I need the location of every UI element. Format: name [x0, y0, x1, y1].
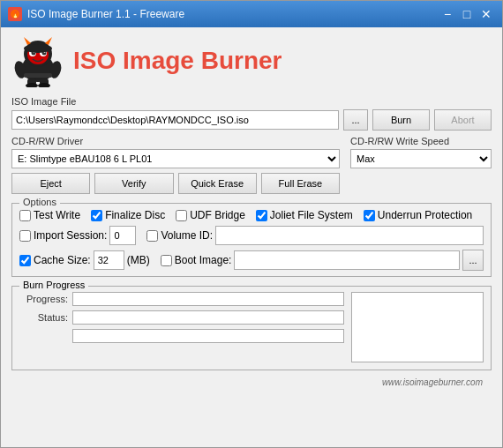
- app-title: ISO Image Burner: [73, 47, 282, 75]
- udf-bridge-checkbox[interactable]: [176, 210, 187, 221]
- import-session-input[interactable]: [109, 226, 136, 245]
- burn-progress-section: Burn Progress Progress: Status:: [11, 286, 492, 370]
- browse-button[interactable]: ...: [343, 109, 368, 131]
- burn-button[interactable]: Burn: [372, 109, 430, 131]
- import-session-item: Import Session:: [19, 226, 136, 245]
- full-erase-button[interactable]: Full Erase: [261, 173, 340, 194]
- driver-speed-section: CD-R/RW Driver E: Slimtype eBAU108 6 L P…: [11, 136, 492, 194]
- app-mascot: [11, 34, 64, 87]
- options-title: Options: [19, 197, 60, 207]
- underrun-checkbox[interactable]: [364, 210, 375, 221]
- driver-section: CD-R/RW Driver E: Slimtype eBAU108 6 L P…: [11, 136, 340, 194]
- write-speed-select[interactable]: Max: [350, 149, 492, 168]
- driver-label: CD-R/RW Driver: [11, 136, 340, 146]
- cache-size-item: Cache Size: (MB): [19, 250, 150, 270]
- header-section: ISO Image Burner: [11, 34, 492, 87]
- close-button[interactable]: ✕: [477, 5, 495, 23]
- app-icon: 🔥: [8, 7, 22, 21]
- quick-erase-button[interactable]: Quick Erase: [178, 173, 257, 194]
- test-write-label: Test Write: [34, 209, 80, 221]
- boot-image-label: Boot Image:: [175, 254, 232, 266]
- finalize-disc-label: Finalize Disc: [105, 209, 165, 221]
- iso-file-label: ISO Image File: [11, 96, 492, 107]
- progress-bar: [72, 292, 344, 306]
- iso-file-row: ... Burn Abort: [11, 109, 492, 131]
- cache-size-unit: (MB): [127, 254, 150, 266]
- volume-id-input[interactable]: [215, 226, 484, 245]
- write-speed-label: CD-R/RW Write Speed: [350, 136, 492, 146]
- udf-bridge-item[interactable]: UDF Bridge: [176, 209, 245, 221]
- driver-buttons: Eject Verify Quick Erase Full Erase: [11, 173, 340, 194]
- log-box: [351, 292, 484, 362]
- cache-size-checkbox[interactable]: [19, 255, 31, 266]
- maximize-button[interactable]: □: [458, 5, 476, 23]
- write-speed-section: CD-R/RW Write Speed Max: [350, 136, 492, 194]
- progress-bar-row: Progress:: [19, 292, 344, 306]
- underrun-label: Underrun Protection: [378, 209, 472, 221]
- test-write-item[interactable]: Test Write: [19, 209, 80, 221]
- svg-rect-16: [24, 73, 52, 78]
- boot-image-checkbox[interactable]: [161, 255, 172, 266]
- title-bar-text: ISO Image Burner 1.1 - Freeware: [27, 8, 439, 20]
- iso-file-input[interactable]: [11, 110, 339, 130]
- joliet-checkbox[interactable]: [256, 210, 267, 221]
- joliet-label: Joliet File System: [270, 209, 353, 221]
- joliet-item[interactable]: Joliet File System: [256, 209, 353, 221]
- boot-browse-button[interactable]: ...: [462, 250, 484, 271]
- options-row-2: Import Session: Volume ID:: [19, 226, 484, 245]
- options-row-1: Test Write Finalize Disc UDF Bridge Joli…: [19, 209, 484, 221]
- abort-button[interactable]: Abort: [434, 109, 492, 131]
- cache-size-input[interactable]: [94, 250, 124, 270]
- volume-id-checkbox[interactable]: [146, 230, 158, 242]
- options-row-3: Cache Size: (MB) Boot Image: ...: [19, 250, 484, 271]
- svg-point-13: [24, 44, 52, 53]
- extra-row: [19, 329, 344, 343]
- udf-bridge-label: UDF Bridge: [190, 209, 245, 221]
- status-bar-row: Status:: [19, 310, 344, 325]
- volume-id-item: Volume ID:: [146, 226, 484, 245]
- website-text: www.isoimageburner.com: [382, 377, 483, 387]
- cache-size-label: Cache Size:: [34, 254, 91, 266]
- footer: www.isoimageburner.com: [11, 376, 492, 391]
- extra-bar: [72, 329, 344, 343]
- status-label: Status:: [19, 312, 68, 323]
- content-area: ISO Image Burner ISO Image File ... Burn…: [1, 27, 502, 447]
- burn-progress-title: Burn Progress: [19, 280, 88, 290]
- minimize-button[interactable]: −: [439, 5, 456, 23]
- test-write-checkbox[interactable]: [19, 210, 31, 221]
- boot-image-input[interactable]: [234, 250, 460, 270]
- verify-button[interactable]: Verify: [94, 173, 173, 194]
- finalize-disc-checkbox[interactable]: [91, 210, 102, 221]
- progress-area: Progress: Status:: [19, 292, 484, 362]
- title-bar: 🔥 ISO Image Burner 1.1 - Freeware − □ ✕: [1, 1, 502, 27]
- progress-labels: Progress: Status:: [19, 292, 344, 362]
- finalize-disc-item[interactable]: Finalize Disc: [91, 209, 165, 221]
- svg-text:🔥: 🔥: [11, 11, 19, 19]
- title-bar-controls: − □ ✕: [439, 5, 495, 23]
- volume-id-label: Volume ID:: [161, 229, 213, 242]
- drive-select[interactable]: E: Slimtype eBAU108 6 L PL01: [11, 149, 340, 168]
- boot-image-item: Boot Image: ...: [161, 250, 484, 271]
- eject-button[interactable]: Eject: [11, 173, 90, 194]
- progress-label: Progress:: [19, 294, 68, 304]
- iso-file-section: ISO Image File ... Burn Abort: [11, 96, 492, 131]
- options-section: Options Test Write Finalize Disc UDF Bri…: [11, 203, 492, 277]
- underrun-item[interactable]: Underrun Protection: [364, 209, 472, 221]
- main-window: 🔥 ISO Image Burner 1.1 - Freeware − □ ✕: [0, 0, 503, 448]
- import-session-label: Import Session:: [34, 229, 107, 242]
- status-bar: [72, 310, 344, 325]
- import-session-checkbox[interactable]: [19, 230, 31, 242]
